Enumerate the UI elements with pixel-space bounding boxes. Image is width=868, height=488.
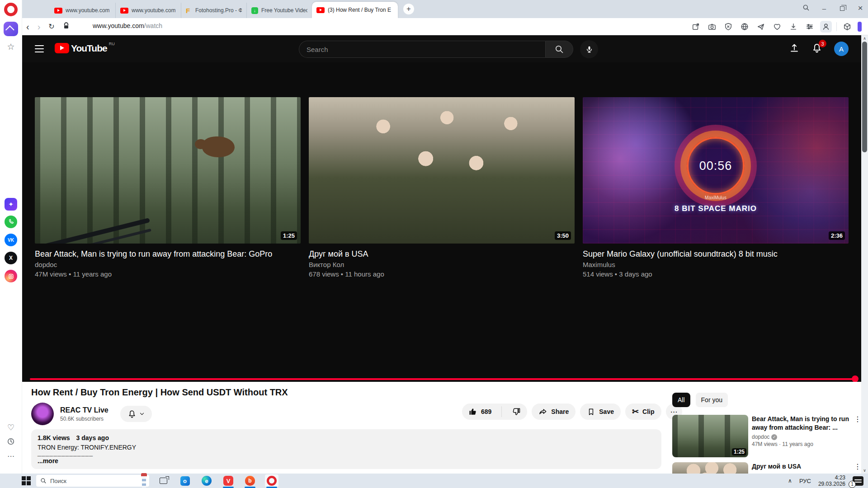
new-tab-button[interactable]: + (403, 4, 414, 14)
opera-app[interactable] (265, 474, 278, 487)
video-channel[interactable]: Виктор Кол (309, 261, 575, 268)
translate-icon[interactable] (739, 21, 750, 33)
vk-icon[interactable]: VK (5, 234, 17, 246)
share-page-icon[interactable] (690, 21, 702, 33)
back-button[interactable]: ‹ (26, 22, 29, 31)
related-channel[interactable]: dopdoc ✓ (752, 434, 849, 440)
account-avatar[interactable]: A (834, 42, 849, 56)
related-filter-chips: All For you (672, 393, 728, 407)
scrollbar-thumb[interactable] (862, 42, 867, 152)
video-title[interactable]: Super Mario Galaxy (unofficial soundtrac… (583, 249, 849, 259)
tab-youtube-1[interactable]: www.youtube.com (50, 3, 115, 18)
notifications-bell-icon[interactable]: 3 (811, 42, 822, 55)
upload-icon[interactable] (789, 42, 800, 55)
search-highlight-lighthouse[interactable] (141, 473, 147, 488)
video-channel[interactable]: Maximulus (583, 261, 849, 268)
favorites-heart-icon[interactable] (771, 21, 783, 33)
task-view-button[interactable] (156, 474, 170, 487)
snapshot-camera-icon[interactable] (706, 21, 718, 33)
start-button[interactable] (22, 476, 31, 485)
brave-app[interactable]: b (243, 474, 257, 487)
x-icon[interactable]: X (5, 252, 17, 264)
vivaldi-app[interactable]: V (222, 474, 235, 487)
taskbar-search-input[interactable] (50, 478, 127, 484)
scroll-up-icon[interactable]: ∧ (863, 35, 866, 42)
tab-fotohosting[interactable]: F Fotohosting.Pro - Фотохо (181, 3, 246, 18)
address-bar[interactable]: www.youtube.com/watch (93, 22, 162, 29)
sidebar-panel-toggle[interactable] (858, 22, 862, 32)
menu-hamburger-icon[interactable] (35, 45, 44, 52)
related-kebab-icon[interactable]: ⋮ (854, 462, 861, 474)
lock-icon[interactable] (63, 22, 70, 31)
video-title[interactable]: Друг мой в USA (309, 249, 575, 259)
profile-icon[interactable] (820, 21, 832, 33)
share-button[interactable]: Share (532, 404, 576, 420)
dislike-button[interactable] (505, 404, 527, 420)
clip-button[interactable]: ✂ Clip (625, 404, 661, 420)
youtube-logo[interactable]: YouTube RU (55, 43, 115, 53)
scroll-down-icon[interactable]: ∨ (863, 467, 866, 474)
forward-button[interactable]: › (38, 22, 41, 31)
sidebar-more-icon[interactable]: ⋯ (7, 452, 14, 460)
progress-scrubber[interactable] (852, 375, 859, 382)
related-kebab-icon[interactable]: ⋮ (854, 415, 861, 457)
like-button[interactable]: 689 (462, 404, 498, 420)
whatsapp-icon[interactable] (5, 216, 17, 228)
video-channel[interactable]: dopdoc (35, 261, 301, 268)
adblock-shield-icon[interactable] (722, 21, 734, 33)
channel-avatar[interactable] (31, 403, 54, 425)
page-scrollbar[interactable]: ∧ ∨ (861, 35, 868, 474)
likes-heart-icon[interactable]: ♡ (7, 422, 14, 432)
tab-downloader[interactable]: ↓ Free Youtube Video Down (246, 3, 312, 18)
settings-sliders-icon[interactable] (804, 21, 816, 33)
related-video-item[interactable]: 1:25 Bear Attack, Man is trying to run a… (672, 415, 861, 457)
endscreen-card[interactable]: 1:25 Bear Attack, Man is trying to run a… (35, 97, 301, 278)
video-thumbnail[interactable]: 00:56 MaxiMulus 8 BIT SPACE MARIO 2:36 (583, 97, 849, 244)
home-icon[interactable] (4, 22, 18, 36)
related-thumbnail[interactable] (672, 462, 748, 474)
language-indicator[interactable]: РУС (799, 478, 811, 484)
tab-active-video[interactable]: (3) How Rent / Buy Tron E (312, 2, 398, 18)
aria-icon[interactable]: ✦ (5, 198, 17, 211)
edge-app[interactable]: e (200, 474, 213, 487)
search-button[interactable] (545, 41, 573, 58)
clock[interactable]: 4:23 29.03.2026 (818, 474, 845, 487)
search-input[interactable] (299, 41, 545, 58)
show-more-button[interactable]: ...more (38, 457, 655, 465)
endscreen-card[interactable]: 00:56 MaxiMulus 8 BIT SPACE MARIO 2:36 S… (583, 97, 849, 278)
chip-for-you[interactable]: For you (696, 393, 728, 407)
tab-youtube-2[interactable]: www.youtube.com (115, 3, 181, 18)
close-button[interactable]: × (856, 3, 864, 13)
voice-search-button[interactable] (580, 40, 598, 58)
channel-name[interactable]: REAC TV Live (60, 406, 108, 414)
extensions-cube-icon[interactable] (841, 21, 853, 33)
notification-center-icon[interactable]: 1 (853, 476, 863, 486)
progress-bar[interactable] (30, 378, 857, 380)
history-icon[interactable] (7, 437, 15, 446)
video-player[interactable]: 1:25 Bear Attack, Man is trying to run a… (22, 62, 861, 382)
taskbar-search[interactable] (36, 475, 149, 487)
description-box[interactable]: 1.8K views 3 days ago TRON Energy: TRONI… (31, 429, 661, 469)
related-video-item[interactable]: Друг мой в USA ⋮ (672, 462, 861, 474)
minimize-button[interactable]: – (820, 5, 828, 12)
reload-button[interactable]: ↻ (48, 23, 54, 30)
restore-button[interactable] (838, 5, 846, 12)
save-button[interactable]: Save (580, 404, 621, 420)
bookmarks-star-icon[interactable]: ☆ (7, 42, 14, 52)
send-to-device-icon[interactable] (755, 21, 767, 33)
opera-logo[interactable] (4, 3, 18, 16)
endscreen-card[interactable]: 3:50 Друг мой в USA Виктор Кол 678 views… (309, 97, 575, 278)
instagram-icon[interactable] (5, 270, 17, 282)
video-thumbnail[interactable]: 1:25 (35, 97, 301, 244)
related-thumbnail[interactable]: 1:25 (672, 415, 748, 457)
related-title[interactable]: Bear Attack, Man is trying to run away f… (752, 415, 849, 432)
video-title[interactable]: Bear Attack, Man is trying to run away f… (35, 249, 301, 259)
chip-all[interactable]: All (672, 393, 690, 407)
related-title[interactable]: Друг мой в USA (752, 462, 849, 471)
downloads-icon[interactable] (788, 21, 799, 33)
outlook-app[interactable]: o (178, 474, 192, 487)
subscribed-bell-button[interactable] (120, 406, 152, 422)
tray-expand-icon[interactable]: ∧ (788, 478, 792, 484)
window-search-icon[interactable] (802, 4, 810, 13)
video-thumbnail[interactable]: 3:50 (309, 97, 575, 244)
